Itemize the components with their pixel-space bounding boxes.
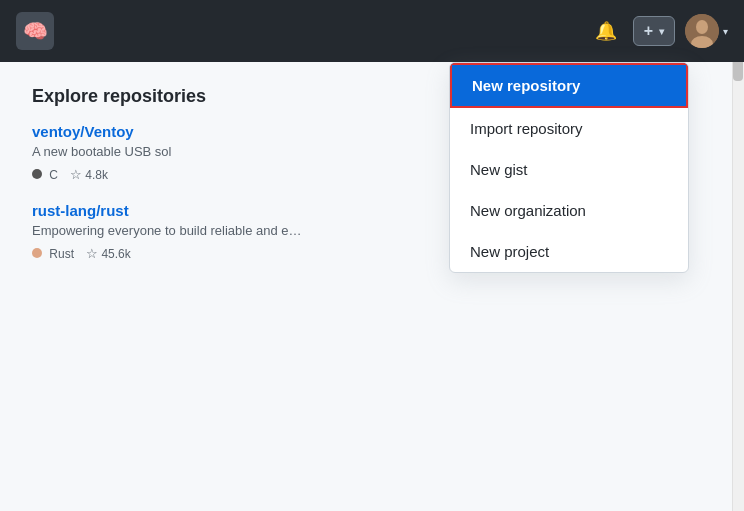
menu-item-import-repository[interactable]: Import repository <box>450 108 688 149</box>
navbar: 🧠 🔔 + ▾ ▾ <box>0 0 744 62</box>
menu-item-new-organization[interactable]: New organization <box>450 190 688 231</box>
bell-icon: 🔔 <box>595 20 617 42</box>
repo-stars: 45.6k <box>101 247 130 261</box>
repo-desc: A new bootable USB sol <box>32 144 302 159</box>
notifications-button[interactable]: 🔔 <box>589 14 623 48</box>
star-icon: ☆ <box>70 167 82 182</box>
lang-dot-icon <box>32 169 42 179</box>
repo-stars: 4.8k <box>85 168 108 182</box>
repo-lang: Rust <box>49 247 74 261</box>
avatar <box>685 14 719 48</box>
menu-item-new-repository[interactable]: New repository <box>450 63 688 108</box>
avatar-chevron-icon: ▾ <box>723 26 728 37</box>
create-dropdown-menu: New repository Import repository New gis… <box>449 62 689 273</box>
star-icon: ☆ <box>86 246 98 261</box>
user-menu-button[interactable]: ▾ <box>685 14 728 48</box>
lang-dot-icon <box>32 248 42 258</box>
repo-lang: C <box>49 168 58 182</box>
menu-item-new-project[interactable]: New project <box>450 231 688 272</box>
repo-desc: Empowering everyone to build reliable an… <box>32 223 302 238</box>
site-logo[interactable]: 🧠 <box>16 12 54 50</box>
menu-item-new-gist[interactable]: New gist <box>450 149 688 190</box>
plus-icon: + <box>644 22 653 40</box>
svg-point-1 <box>696 20 708 34</box>
scrollbar[interactable] <box>732 0 744 511</box>
navbar-actions: 🔔 + ▾ ▾ <box>589 14 728 48</box>
logo-icon: 🧠 <box>23 19 48 43</box>
avatar-image <box>685 14 719 48</box>
chevron-down-icon: ▾ <box>659 26 664 37</box>
create-menu-button[interactable]: + ▾ <box>633 16 675 46</box>
